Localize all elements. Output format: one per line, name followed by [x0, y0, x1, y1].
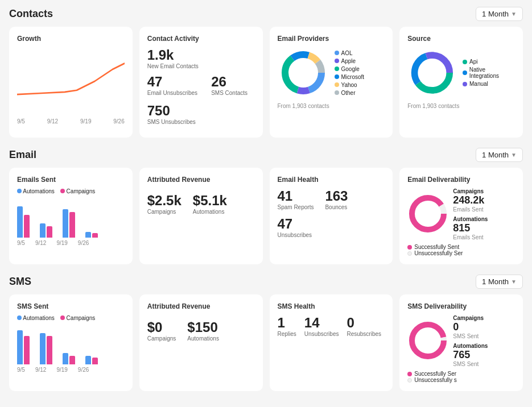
- contacts-month-label: 1 Month: [482, 10, 509, 18]
- sms-health-card: SMS Health 1 Replies 14 Unsubscribes 0 R…: [270, 294, 393, 391]
- email-automations-rev-val: $5.1k: [193, 193, 227, 209]
- email-deliv-automations-label: Automations: [453, 216, 515, 222]
- email-deliv-legend: Successfully Sent Unsuccessfully Ser: [407, 244, 515, 256]
- sms-deliv-automations-val: 765: [453, 349, 515, 361]
- source-from: From 1,903 contacts: [407, 103, 515, 109]
- sms-campaigns-rev-val: $0: [147, 319, 176, 335]
- growth-chart: [17, 47, 125, 115]
- emails-sent-card: Emails Sent Automations Campaigns: [9, 168, 133, 264]
- email-attributed-revenue-title: Attributed Revenue: [147, 176, 255, 184]
- email-title: Email: [9, 149, 36, 161]
- sms-attributed-revenue-title: Attributed Revenue: [147, 302, 255, 310]
- source-card: Source Api Native Integrations Manual Fr…: [399, 27, 523, 138]
- email-deliverability-donut: [407, 193, 448, 236]
- sms-deliv-campaigns-sub: SMS Sent: [453, 333, 515, 339]
- email-campaigns-rev-label: Campaigns: [147, 209, 182, 215]
- svg-point-9: [412, 198, 444, 230]
- sms-health-title: SMS Health: [278, 302, 385, 310]
- sms-sent-card: SMS Sent Automations Campaigns: [9, 294, 133, 391]
- sms-automations-rev-label: Automations: [187, 335, 219, 342]
- emails-sent-x-labels: 9/5 9/12 9/19 9/26: [17, 240, 125, 246]
- email-unsubs-health-label: Unsubscribes: [278, 232, 385, 238]
- sms-replies-val: 1: [278, 315, 296, 331]
- sms-deliv-legend: Successfully Ser Unsuccessfully s: [407, 371, 515, 383]
- source-legend: Api Native Integrations Manual: [463, 59, 515, 87]
- growth-x-labels: 9/5 9/12 9/19 9/26: [17, 118, 125, 124]
- sms-unsubs-val: 14: [304, 315, 339, 331]
- sms-deliverability-title: SMS Deliverability: [407, 302, 515, 310]
- sms-month-dropdown[interactable]: 1 Month ▼: [476, 275, 523, 289]
- contact-activity-title: Contact Activity: [147, 35, 255, 43]
- bounces-val: 163: [325, 188, 348, 204]
- sms-contacts-label: SMS Contacts: [211, 90, 248, 96]
- sms-sent-x-labels: 9/5 9/12 9/19 9/26: [17, 367, 125, 373]
- sms-replies-label: Replies: [278, 331, 296, 337]
- sms-deliverability-donut: [407, 320, 448, 363]
- email-unsubs-val: 47: [147, 74, 197, 90]
- contacts-month-dropdown[interactable]: 1 Month ▼: [476, 7, 523, 21]
- contacts-chevron-icon: ▼: [511, 11, 517, 17]
- sms-unsubs-label: Unsubscribes: [304, 331, 339, 337]
- new-email-contacts-label: New Email Contacts: [147, 63, 255, 69]
- email-providers-card: Email Providers AOL Apple Google Microso…: [270, 27, 393, 138]
- contacts-title: Contacts: [9, 8, 53, 20]
- email-unsubs-health-val: 47: [278, 216, 385, 232]
- sms-deliv-campaigns-val: 0: [453, 321, 515, 333]
- sms-automations-rev-val: $150: [187, 319, 219, 335]
- sms-attributed-revenue-card: Attributed Revenue $0 Campaigns $150 Aut…: [139, 294, 263, 391]
- sms-campaigns-rev-label: Campaigns: [147, 335, 176, 342]
- sms-resubs-val: 0: [347, 315, 381, 331]
- email-health-card: Email Health 41 Spam Reports 163 Bounces…: [270, 168, 393, 264]
- sms-deliv-campaigns-label: Campaigns: [453, 315, 515, 321]
- email-deliv-campaigns-val: 248.2k: [453, 194, 515, 206]
- email-attributed-revenue-card: Attributed Revenue $2.5k Campaigns $5.1k…: [139, 168, 263, 264]
- growth-card: Growth 9/5 9/12 9/19 9/26: [9, 27, 133, 138]
- email-deliverability-title: Email Deliverability: [407, 176, 515, 184]
- sms-resubs-label: Resubscribes: [347, 331, 381, 337]
- contact-activity-card: Contact Activity 1.9k New Email Contacts…: [139, 27, 263, 138]
- email-chevron-icon: ▼: [511, 152, 517, 158]
- email-month-dropdown[interactable]: 1 Month ▼: [476, 148, 523, 162]
- new-email-contacts-val: 1.9k: [147, 47, 255, 63]
- source-donut: [407, 47, 457, 98]
- spam-label: Spam Reports: [278, 204, 314, 210]
- email-cards-row: Emails Sent Automations Campaigns: [9, 168, 523, 264]
- emails-sent-legend: Automations Campaigns: [17, 188, 125, 194]
- email-providers-title: Email Providers: [278, 35, 385, 43]
- sms-sent-title: SMS Sent: [17, 302, 125, 310]
- email-deliv-automations-val: 815: [453, 222, 515, 234]
- bounces-label: Bounces: [325, 204, 348, 210]
- email-deliverability-card: Email Deliverability Campaigns 248.2k Em…: [399, 168, 523, 264]
- sms-sent-legend: Automations Campaigns: [17, 315, 125, 321]
- spam-val: 41: [278, 188, 314, 204]
- email-campaigns-rev-val: $2.5k: [147, 193, 182, 209]
- email-providers-donut: [278, 47, 329, 98]
- source-title: Source: [407, 35, 515, 43]
- growth-title: Growth: [17, 35, 125, 43]
- email-deliv-campaigns-sub: Emails Sent: [453, 206, 515, 213]
- sms-chevron-icon: ▼: [511, 279, 517, 285]
- sms-title: SMS: [9, 276, 31, 288]
- sms-unsubs-val: 750: [147, 103, 255, 119]
- email-providers-from: From 1,903 contacts: [278, 103, 385, 109]
- sms-deliverability-card: SMS Deliverability Campaigns 0 SMS Sent: [399, 294, 523, 391]
- email-health-title: Email Health: [278, 176, 385, 184]
- email-unsubs-label: Email Unsubscribes: [147, 90, 197, 96]
- sms-deliv-automations-label: Automations: [453, 343, 515, 349]
- email-automations-rev-label: Automations: [193, 209, 227, 215]
- email-deliv-campaigns-label: Campaigns: [453, 188, 515, 194]
- email-providers-legend: AOL Apple Google Microsoft Yahoo Other: [335, 50, 365, 96]
- sms-sent-bars: [17, 325, 125, 364]
- sms-contacts-val: 26: [211, 74, 248, 90]
- email-deliv-automations-sub: Emails Sent: [453, 234, 515, 240]
- sms-unsubs-label: SMS Unsubscribes: [147, 119, 255, 125]
- email-month-label: 1 Month: [482, 151, 509, 159]
- sms-deliv-automations-sub: SMS Sent: [453, 361, 515, 367]
- sms-cards-row: SMS Sent Automations Campaigns: [9, 294, 523, 391]
- contacts-cards-row: Growth 9/5 9/12 9/19 9/26 Contact Activi…: [9, 27, 523, 138]
- sms-month-label: 1 Month: [482, 277, 509, 286]
- emails-sent-bars: [17, 198, 125, 238]
- emails-sent-title: Emails Sent: [17, 176, 125, 184]
- svg-point-11: [412, 325, 444, 356]
